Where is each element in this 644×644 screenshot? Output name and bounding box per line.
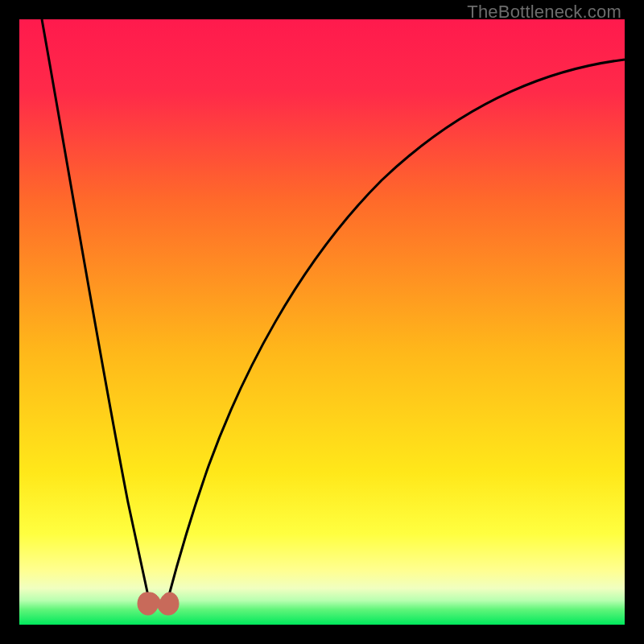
- curve-right-branch: [166, 60, 625, 607]
- curve-dip-blob: [138, 592, 179, 615]
- watermark-text: TheBottleneck.com: [467, 2, 621, 23]
- curve-left-branch: [42, 19, 151, 607]
- plot-frame: [19, 19, 625, 625]
- bottleneck-curve: [19, 19, 625, 625]
